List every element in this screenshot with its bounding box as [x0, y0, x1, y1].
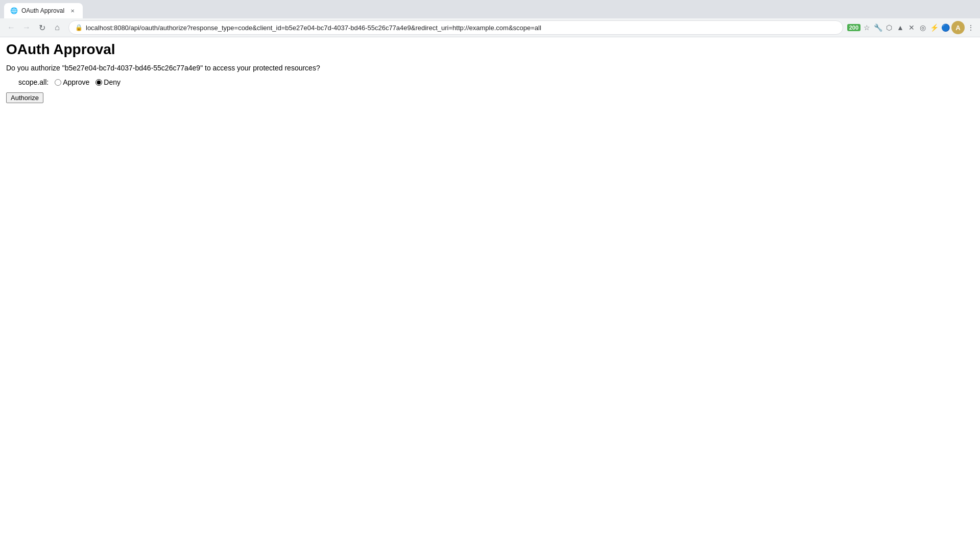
extension-icon-7[interactable]: 🔵	[940, 22, 950, 33]
profile-button[interactable]: A	[951, 21, 965, 34]
description: Do you authorize "b5e27e04-bc7d-4037-bd4…	[6, 64, 974, 72]
extension-icon-4[interactable]: ✕	[906, 22, 917, 33]
radio-group: Approve Deny	[55, 78, 121, 86]
scope-label: scope.all:	[18, 78, 49, 86]
home-button[interactable]: ⌂	[50, 20, 64, 35]
browser-toolbar: ← → ↻ ⌂ 🔒 200 ☆ 🔧 ⬡ ▲ ✕ ◎ ⚡ 🔵 A ⋮	[0, 18, 980, 37]
address-input[interactable]	[86, 24, 836, 32]
forward-button[interactable]: →	[19, 20, 34, 35]
tab-close-button[interactable]: ✕	[68, 7, 77, 15]
extension-icon-6[interactable]: ⚡	[929, 22, 939, 33]
extension-icon-2[interactable]: ⬡	[884, 22, 894, 33]
reload-button[interactable]: ↻	[35, 20, 49, 35]
approve-label: Approve	[63, 78, 89, 86]
tab-bar: 🌐 OAuth Approval ✕	[0, 0, 980, 18]
active-tab[interactable]: 🌐 OAuth Approval ✕	[4, 3, 83, 18]
scope-list: scope.all: Approve Deny	[6, 78, 974, 86]
deny-label: Deny	[104, 78, 121, 86]
menu-button[interactable]: ⋮	[966, 22, 976, 33]
tab-favicon: 🌐	[10, 7, 17, 14]
back-button[interactable]: ←	[4, 20, 18, 35]
approve-option[interactable]: Approve	[55, 78, 89, 86]
lock-icon: 🔒	[75, 24, 83, 31]
page-title: OAuth Approval	[6, 41, 974, 58]
scope-item: scope.all: Approve Deny	[18, 78, 974, 86]
nav-buttons: ← → ↻ ⌂	[4, 20, 64, 35]
address-bar-container[interactable]: 🔒	[68, 20, 843, 35]
browser-chrome: 🌐 OAuth Approval ✕ ← → ↻ ⌂ 🔒 200 ☆ 🔧 ⬡ ▲…	[0, 0, 980, 37]
extension-icon-1[interactable]: 🔧	[873, 22, 883, 33]
bookmark-icon[interactable]: ☆	[862, 22, 872, 33]
extension-icon-5[interactable]: ◎	[918, 22, 928, 33]
deny-radio[interactable]	[95, 79, 102, 86]
deny-option[interactable]: Deny	[95, 78, 121, 86]
description-prefix: Do you authorize "	[6, 64, 65, 72]
extensions-area: 200 ☆ 🔧 ⬡ ▲ ✕ ◎ ⚡ 🔵 A ⋮	[847, 21, 976, 34]
tab-title: OAuth Approval	[21, 7, 64, 14]
client-id: b5e27e04-bc7d-4037-bd46-55c26c77a4e9	[65, 64, 200, 72]
description-suffix: " to access your protected resources?	[200, 64, 320, 72]
approve-radio[interactable]	[55, 79, 61, 86]
status-badge-200: 200	[847, 24, 861, 31]
page-content: OAuth Approval Do you authorize "b5e27e0…	[0, 37, 980, 107]
authorize-button[interactable]: Authorize	[6, 92, 43, 103]
extension-icon-3[interactable]: ▲	[895, 22, 905, 33]
